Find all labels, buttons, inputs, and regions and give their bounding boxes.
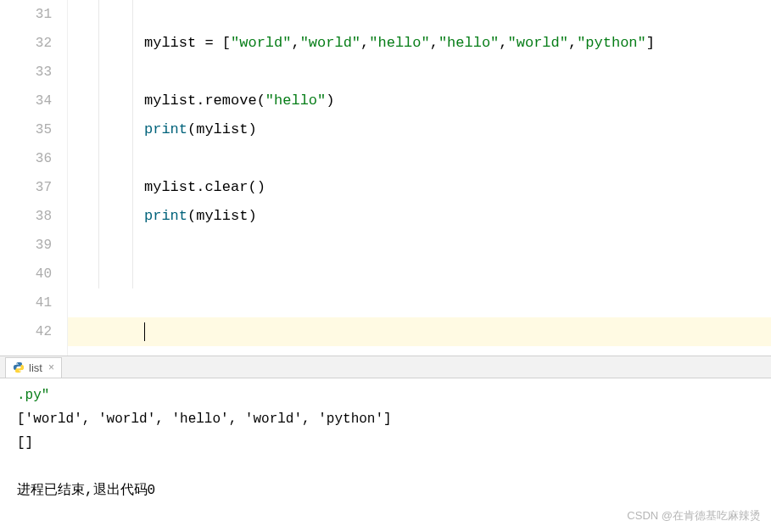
code-line[interactable]: [68, 231, 771, 260]
token-paren: (: [248, 179, 256, 195]
code-line[interactable]: print(mylist): [68, 115, 771, 144]
python-icon: [13, 361, 25, 373]
code-line[interactable]: [68, 288, 771, 317]
token-paren: (: [187, 121, 196, 137]
token-paren: (: [257, 92, 265, 109]
line-number: 42: [0, 317, 67, 346]
token-builtin: print: [144, 121, 187, 137]
line-number: 34: [0, 87, 67, 115]
code-line[interactable]: print(mylist): [68, 202, 771, 231]
token-string: "world": [508, 35, 568, 51]
token-paren: ): [257, 179, 265, 195]
token-identifier: mylist: [196, 121, 248, 137]
code-line[interactable]: [68, 58, 771, 87]
token-method: clear: [204, 179, 248, 195]
line-number: 33: [0, 58, 67, 87]
tab-label: list: [29, 361, 42, 374]
line-number: 39: [0, 231, 67, 260]
token-paren: (: [187, 208, 196, 224]
token-comma: ,: [499, 35, 507, 51]
console-output[interactable]: .py" ['world', 'world', 'hello', 'world'…: [0, 378, 771, 507]
token-dot: .: [196, 92, 204, 109]
token-string: "world": [231, 35, 291, 51]
code-line[interactable]: [68, 144, 771, 173]
token-paren: ): [248, 121, 256, 137]
token-bracket: [: [222, 35, 231, 51]
token-identifier: mylist: [144, 35, 196, 51]
indent-guide: [132, 0, 133, 288]
line-gutter: 31 32 33 34 35 36 37 38 39 40 41 42: [0, 0, 68, 356]
close-icon[interactable]: ×: [48, 361, 54, 373]
code-line[interactable]: mylist.clear(): [68, 173, 771, 202]
token-dot: .: [196, 179, 204, 195]
token-identifier: mylist: [196, 208, 248, 224]
indent-guide: [98, 0, 99, 288]
line-number: 37: [0, 173, 67, 202]
line-number: 41: [0, 288, 67, 317]
code-line[interactable]: mylist = ["world","world","hello","hello…: [68, 29, 771, 58]
console-output-line: ['world', 'world', 'hello', 'world', 'py…: [17, 407, 754, 431]
token-paren: ): [248, 208, 256, 224]
line-number: 38: [0, 202, 67, 231]
token-identifier: mylist: [144, 92, 196, 109]
code-line[interactable]: [68, 260, 771, 288]
line-number: 31: [0, 0, 67, 29]
token-string: "python": [577, 35, 646, 51]
text-cursor: [144, 322, 145, 341]
token-string: "hello": [369, 35, 429, 51]
editor-pane: 31 32 33 34 35 36 37 38 39 40 41 42 myli…: [0, 0, 771, 356]
token-comma: ,: [360, 35, 369, 51]
line-number: 32: [0, 29, 67, 58]
token-comma: ,: [291, 35, 299, 51]
tab-list[interactable]: list ×: [5, 357, 62, 378]
token-string: "hello": [439, 35, 499, 51]
token-identifier: mylist: [144, 179, 196, 195]
code-line-current[interactable]: [68, 317, 771, 346]
code-line[interactable]: [68, 0, 771, 29]
token-comma: ,: [430, 35, 439, 51]
token-comma: ,: [568, 35, 577, 51]
code-line[interactable]: mylist.remove("hello"): [68, 87, 771, 115]
console-tab-bar: list ×: [0, 356, 771, 378]
console-exit-message: 进程已结束,退出代码0: [17, 479, 754, 502]
token-string: "world": [300, 35, 360, 51]
token-operator: =: [196, 35, 222, 51]
line-number: 36: [0, 144, 67, 173]
console-path: .py": [17, 384, 754, 407]
line-number: 40: [0, 260, 67, 288]
token-bracket: ]: [646, 35, 655, 51]
token-paren: ): [326, 92, 334, 109]
token-builtin: print: [144, 208, 187, 224]
line-number: 35: [0, 115, 67, 144]
watermark: CSDN @在肯德基吃麻辣烫: [627, 508, 761, 524]
token-method: remove: [204, 92, 256, 109]
console-output-line: []: [17, 431, 754, 455]
code-area[interactable]: mylist = ["world","world","hello","hello…: [68, 0, 771, 356]
token-string: "hello": [265, 92, 326, 109]
